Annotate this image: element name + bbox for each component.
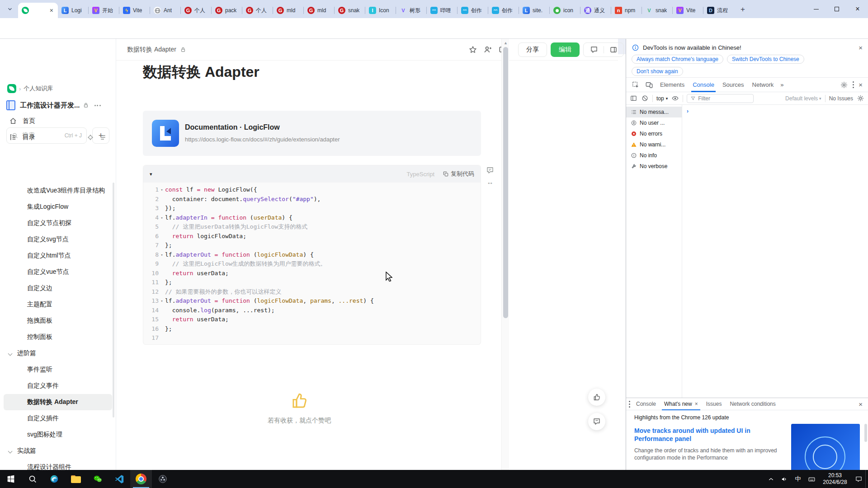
tree-item-数据转换 Adapter[interactable]: 数据转换 Adapter (4, 394, 112, 410)
thumbs-up-icon[interactable] (290, 391, 309, 410)
article-thumbnail[interactable] (791, 424, 860, 470)
devtools-tab-elements[interactable]: Elements (656, 78, 689, 92)
browser-tab-通义[interactable]: 通通义 (580, 3, 611, 18)
tree-item-进阶篇[interactable]: 进阶篇 (4, 345, 112, 361)
issues-counter[interactable]: No Issues (829, 95, 853, 102)
expand-width-icon[interactable]: ↔ (486, 178, 494, 186)
book-header[interactable]: 工作流设计器开发... (6, 100, 110, 110)
collapse-icon[interactable]: ▾ (150, 171, 152, 177)
drawer-close-icon[interactable]: × (859, 400, 865, 408)
tree-item-自定义节点初探[interactable]: 自定义节点初探 (4, 215, 112, 231)
tree-item-自定义html节点[interactable]: 自定义html节点 (4, 248, 112, 264)
browser-tab-个人[interactable]: G个人 (242, 3, 273, 18)
fold-icon[interactable]: ▾ (159, 296, 165, 306)
browser-tab-Icon[interactable]: IIcon (365, 3, 396, 18)
drawer-scrollbar[interactable] (864, 424, 867, 442)
collaborator-add-icon[interactable] (483, 45, 492, 54)
drawer-tab-issues[interactable]: Issues (702, 398, 726, 410)
browser-tab-npm[interactable]: nnpm (611, 3, 642, 18)
banner-pill-button[interactable]: Always match Chrome's language (632, 55, 723, 64)
tree-item-控制面板[interactable]: 控制面板 (4, 329, 112, 345)
touch-keyboard-icon[interactable] (805, 470, 818, 488)
tree-item-事件监听[interactable]: 事件监听 (4, 361, 112, 378)
console-sidebar-toggle-icon[interactable] (630, 94, 637, 102)
browser-tab-个人[interactable]: G个人 (181, 3, 212, 18)
tree-item-自定义插件[interactable]: 自定义插件 (4, 410, 112, 427)
browser-tab-树形[interactable]: V树形 (396, 3, 427, 18)
taskbar-chrome-button[interactable] (130, 470, 152, 488)
browser-tab-Vite[interactable]: ϟVite (119, 3, 150, 18)
browser-tab-Vite[interactable]: VVite (673, 3, 703, 18)
tree-item-自定义边[interactable]: 自定义边 (4, 280, 112, 296)
browser-tab-Ant[interactable]: Ant (150, 3, 181, 18)
link-card-url[interactable]: https://docs.logic-flow.cn/docs/#/zh/gui… (185, 136, 340, 143)
browser-tab-icon[interactable]: icon (550, 3, 580, 18)
add-comment-icon[interactable] (486, 166, 494, 174)
console-filter-list[interactable]: No messa... (626, 107, 682, 117)
sidebar-item-home[interactable]: 首页 (4, 113, 112, 129)
fold-icon[interactable]: ▾ (159, 250, 165, 260)
drawer-tab-what-s-new[interactable]: What's new× (660, 398, 702, 410)
drawer-tab-close-icon[interactable]: × (695, 401, 698, 407)
log-levels-dropdown[interactable]: Default levels ▾ (785, 95, 821, 102)
taskbar-explorer-button[interactable] (65, 470, 87, 488)
tree-item-自定义事件[interactable]: 自定义事件 (4, 378, 112, 394)
devtools-close-icon[interactable]: × (859, 81, 863, 89)
devtools-tab-sources[interactable]: Sources (718, 78, 748, 92)
fold-icon[interactable]: ▾ (159, 213, 165, 223)
tab-search-button[interactable] (5, 4, 15, 14)
action-center-icon[interactable] (852, 470, 865, 488)
tree-item-自定义vue节点[interactable]: 自定义vue节点 (4, 264, 112, 280)
article-title-link[interactable]: Move tracks around with updated UI in Pe… (634, 427, 780, 443)
sidebar-item-toc[interactable]: 目录 (4, 129, 112, 145)
tree-item-改造成Vue3组件库目录结构[interactable]: 改造成Vue3组件库目录结构 (4, 183, 112, 199)
tree-item-实战篇[interactable]: 实战篇 (4, 443, 112, 459)
window-maximize-button[interactable] (826, 0, 847, 18)
book-title[interactable]: 工作流设计器开发... (20, 101, 80, 110)
tree-item-主题配置[interactable]: 主题配置 (4, 296, 112, 313)
browser-tab-pack[interactable]: Gpack (212, 3, 242, 18)
window-close-button[interactable]: × (847, 0, 868, 18)
console-filter-info[interactable]: No info (626, 150, 682, 161)
taskbar-clock[interactable]: 20:532024/6/28 (818, 472, 852, 486)
volume-icon[interactable] (778, 470, 791, 488)
doc-scrollbar[interactable]: ▲ (501, 39, 509, 470)
ime-language-indicator[interactable]: 中 (791, 475, 805, 483)
workspace-breadcrumb[interactable]: › 个人知识库 (7, 84, 53, 93)
taskbar-edge-button[interactable] (43, 470, 65, 488)
console-filter-warning[interactable]: No warni... (626, 139, 682, 150)
browser-tab-mld[interactable]: Gmld (304, 3, 335, 18)
browser-tab-哔哩[interactable]: ᴖᴖ哔哩 (427, 3, 458, 18)
tree-item-自定义svg节点[interactable]: 自定义svg节点 (4, 231, 112, 248)
banner-pill-button[interactable]: Don't show again (632, 67, 683, 76)
workspace-name[interactable]: 个人知识库 (24, 84, 53, 93)
taskbar-search-button[interactable] (22, 470, 43, 488)
taskbar-start-button[interactable] (0, 470, 22, 488)
browser-tab-Logi[interactable]: LLogi (58, 3, 89, 18)
share-button[interactable]: 分享 (518, 42, 547, 57)
console-settings-icon[interactable] (857, 94, 864, 102)
browser-tab-开始[interactable]: V开始 (89, 3, 119, 18)
context-selector[interactable]: top ▾ (656, 95, 668, 102)
copy-code-button[interactable]: 复制代码 (443, 170, 474, 178)
tray-expand-icon[interactable] (764, 470, 778, 488)
clear-console-icon[interactable] (641, 94, 649, 102)
more-tabs-button[interactable]: » (778, 81, 786, 88)
browser-tab-创作[interactable]: ᴖᴖ创作 (488, 3, 519, 18)
list-view-icon[interactable] (99, 134, 107, 141)
browser-tab-mld[interactable]: Gmld (273, 3, 304, 18)
fold-icon[interactable]: ▾ (159, 185, 165, 195)
taskbar-obs-button[interactable] (152, 470, 174, 488)
locate-icon[interactable] (87, 134, 94, 141)
chevron-down-icon[interactable] (8, 449, 13, 453)
favorite-star-icon[interactable] (468, 45, 477, 54)
show-desktop-button[interactable] (865, 470, 868, 488)
tree-item-集成LogicFlow[interactable]: 集成LogicFlow (4, 199, 112, 215)
new-tab-button[interactable]: + (738, 5, 748, 14)
chevron-down-icon[interactable] (8, 351, 13, 356)
console-filter-input[interactable]: Filter (687, 94, 754, 103)
devtools-menu-icon[interactable] (853, 81, 854, 88)
console-filter-user[interactable]: No user ... (626, 117, 682, 128)
edit-button[interactable]: 编辑 (551, 42, 580, 57)
like-float-button[interactable] (588, 389, 605, 406)
